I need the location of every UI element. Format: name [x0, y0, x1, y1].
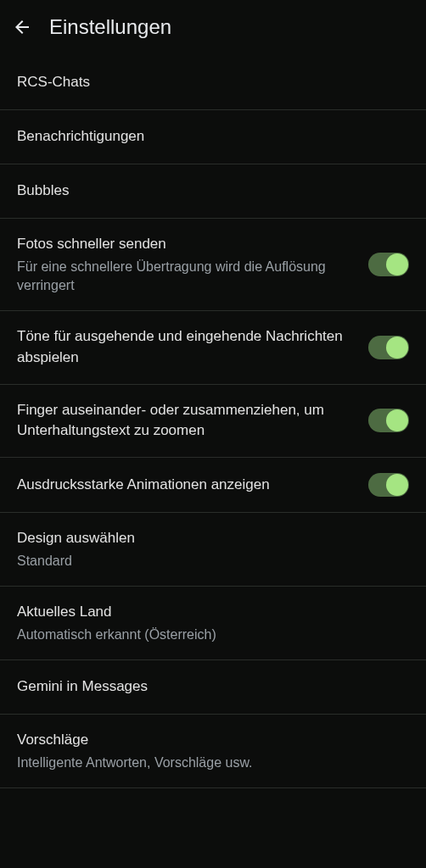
settings-item-text: Design auswählenStandard: [17, 528, 409, 570]
settings-item-title: Gemini in Messages: [17, 676, 395, 698]
settings-item[interactable]: RCS-Chats: [0, 56, 426, 110]
toggle-thumb: [386, 409, 408, 431]
toggle-switch[interactable]: [368, 253, 409, 276]
settings-item-text: Bubbles: [17, 181, 409, 202]
settings-item[interactable]: Gemini in Messages: [0, 660, 426, 715]
settings-item-subtitle: Automatisch erkannt (Österreich): [17, 626, 395, 644]
settings-item-text: Töne für ausgehende und eingehende Nachr…: [17, 326, 368, 368]
settings-item[interactable]: Aktuelles LandAutomatisch erkannt (Öster…: [0, 587, 426, 660]
settings-item-title: Finger auseinander- oder zusammenziehen,…: [17, 400, 355, 442]
page-title: Einstellungen: [49, 15, 171, 39]
toggle-thumb: [386, 337, 408, 359]
settings-item[interactable]: Benachrichtigungen: [0, 110, 426, 164]
back-button[interactable]: [12, 17, 32, 37]
settings-item[interactable]: Fotos schneller sendenFür eine schneller…: [0, 219, 426, 311]
settings-item[interactable]: Ausdrucksstarke Animationen anzeigen: [0, 458, 426, 513]
settings-list: RCS-ChatsBenachrichtigungenBubblesFotos …: [0, 56, 426, 788]
settings-item-text: Finger auseinander- oder zusammenziehen,…: [17, 400, 368, 442]
settings-item-text: Benachrichtigungen: [17, 126, 409, 147]
settings-item-text: VorschlägeIntelligente Antworten, Vorsch…: [17, 730, 409, 772]
settings-item-text: Ausdrucksstarke Animationen anzeigen: [17, 475, 368, 496]
settings-item-title: Fotos schneller senden: [17, 234, 355, 255]
settings-item-subtitle: Standard: [17, 552, 395, 570]
settings-item[interactable]: Design auswählenStandard: [0, 513, 426, 587]
settings-item-title: Bubbles: [17, 181, 395, 202]
settings-item-title: Töne für ausgehende und eingehende Nachr…: [17, 326, 355, 368]
toggle-switch[interactable]: [368, 473, 409, 497]
settings-item-title: Aktuelles Land: [17, 602, 395, 623]
settings-item-subtitle: Intelligente Antworten, Vorschläge usw.: [17, 754, 395, 772]
settings-item[interactable]: Bubbles: [0, 164, 426, 219]
settings-item-title: Benachrichtigungen: [17, 126, 395, 147]
settings-item-subtitle: Für eine schnellere Übertragung wird die…: [17, 258, 355, 296]
toggle-thumb: [386, 253, 408, 275]
settings-item-text: Fotos schneller sendenFür eine schneller…: [17, 234, 368, 295]
settings-item-text: Gemini in Messages: [17, 676, 409, 698]
settings-item-title: Design auswählen: [17, 528, 395, 549]
settings-item[interactable]: Finger auseinander- oder zusammenziehen,…: [0, 385, 426, 458]
arrow-back-icon: [12, 17, 32, 37]
settings-item-title: Vorschläge: [17, 730, 395, 751]
settings-item[interactable]: Töne für ausgehende und eingehende Nachr…: [0, 311, 426, 384]
settings-item[interactable]: VorschlägeIntelligente Antworten, Vorsch…: [0, 715, 426, 788]
toggle-thumb: [386, 474, 408, 496]
settings-item-title: Ausdrucksstarke Animationen anzeigen: [17, 475, 355, 496]
settings-item-text: RCS-Chats: [17, 72, 409, 93]
header: Einstellungen: [0, 0, 426, 56]
toggle-switch[interactable]: [368, 409, 409, 432]
settings-item-text: Aktuelles LandAutomatisch erkannt (Öster…: [17, 602, 409, 644]
settings-item-title: RCS-Chats: [17, 72, 395, 93]
toggle-switch[interactable]: [368, 336, 409, 359]
